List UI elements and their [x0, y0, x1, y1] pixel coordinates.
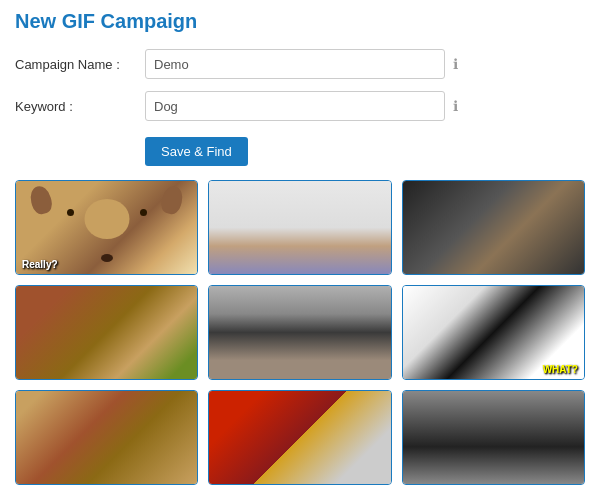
gif-image-6: WHAT?	[403, 286, 584, 379]
save-find-button[interactable]: Save & Find	[145, 137, 248, 166]
gif-cell-1[interactable]: Really?	[15, 180, 198, 275]
gif-cell-9[interactable]	[402, 390, 585, 485]
gif-image-1: Really?	[16, 181, 197, 274]
gif-cell-3[interactable]	[402, 180, 585, 275]
keyword-input[interactable]	[145, 91, 445, 121]
keyword-label: Keyword :	[15, 99, 145, 114]
gif-cell-2[interactable]	[208, 180, 391, 275]
keyword-info-icon: ℹ	[453, 98, 458, 114]
page-title: New GIF Campaign	[15, 10, 585, 33]
gif-cell-4[interactable]	[15, 285, 198, 380]
gif-image-9	[403, 391, 584, 484]
campaign-form: Campaign Name : ℹ Keyword : ℹ Save & Fin…	[15, 49, 585, 166]
gif-image-4	[16, 286, 197, 379]
campaign-name-input[interactable]	[145, 49, 445, 79]
gif-cell-6[interactable]: WHAT?	[402, 285, 585, 380]
gif-image-8	[209, 391, 390, 484]
gif-cell-7[interactable]	[15, 390, 198, 485]
campaign-name-info-icon: ℹ	[453, 56, 458, 72]
campaign-name-label: Campaign Name :	[15, 57, 145, 72]
gif-image-2	[209, 181, 390, 274]
campaign-name-row: Campaign Name : ℹ	[15, 49, 585, 79]
gif-image-7	[16, 391, 197, 484]
gif-image-5	[209, 286, 390, 379]
keyword-row: Keyword : ℹ	[15, 91, 585, 121]
gif-cell-5[interactable]	[208, 285, 391, 380]
gif-grid: Really?WHAT?	[15, 180, 585, 485]
gif-cell-8[interactable]	[208, 390, 391, 485]
gif-image-3	[403, 181, 584, 274]
